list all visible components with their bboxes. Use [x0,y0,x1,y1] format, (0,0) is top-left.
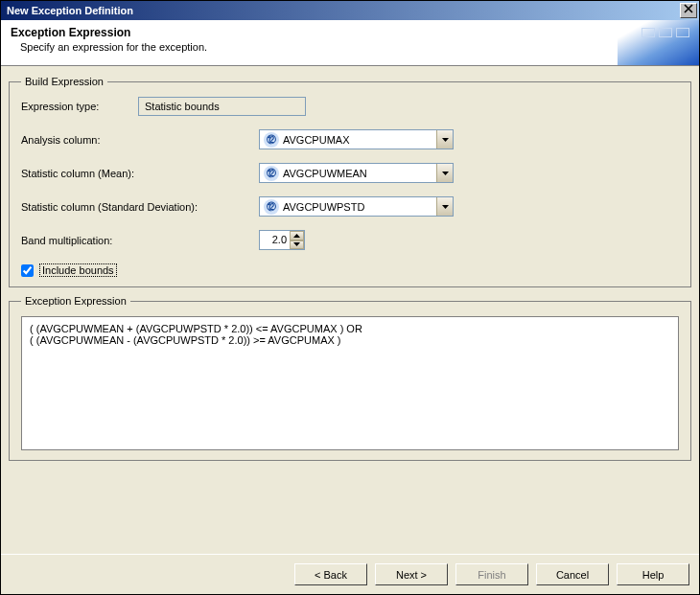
footer: < Back Next > Finish Cancel Help [1,554,699,594]
banner-subheading: Specify an expression for the exception. [20,41,689,53]
band-multiplication-label: Band multiplication: [21,235,259,246]
expression-type-label: Expression type: [21,101,138,112]
chevron-down-icon [436,164,453,182]
stat-mean-value: AVGCPUWMEAN [283,168,436,179]
expression-type-value: Statistic bounds [138,97,306,116]
stat-std-label: Statistic column (Standard Deviation): [21,201,259,213]
svg-marker-0 [442,138,449,142]
titlebar: New Exception Definition [1,1,699,20]
help-button[interactable]: Help [617,563,689,585]
banner: Exception Expression Specify an expressi… [1,20,699,66]
chevron-down-icon [436,130,453,149]
band-multiplication-value: 2.0 [260,231,290,249]
stat-mean-icon: ⑫ [264,166,279,181]
close-icon [684,4,693,13]
build-expression-group: Build Expression Expression type: Statis… [9,76,691,287]
include-bounds-checkbox[interactable] [21,264,34,277]
banner-decoration [642,28,689,37]
analysis-column-icon: ⑫ [264,132,279,148]
include-bounds-label[interactable]: Include bounds [39,263,117,277]
svg-marker-4 [293,242,300,246]
band-multiplication-spinner[interactable]: 2.0 [259,230,305,250]
spinner-down-button[interactable] [290,240,304,250]
analysis-column-combo[interactable]: ⑫ AVGCPUMAX [259,129,454,149]
back-button[interactable]: < Back [294,563,367,585]
chevron-down-icon [436,197,453,216]
stat-mean-combo[interactable]: ⑫ AVGCPUWMEAN [259,163,454,183]
window-title: New Exception Definition [7,5,133,16]
stat-std-icon: ⑫ [264,199,279,215]
exception-expression-group: Exception Expression ( (AVGCPUWMEAN + (A… [9,295,691,461]
close-button[interactable] [680,3,697,18]
stat-mean-label: Statistic column (Mean): [21,168,259,179]
exception-expression-text: ( (AVGCPUWMEAN + (AVGCPUWPSTD * 2.0)) <=… [21,316,679,450]
stat-std-value: AVGCPUWPSTD [283,201,436,213]
banner-heading: Exception Expression [11,26,689,39]
dialog-window: New Exception Definition Exception Expre… [0,0,700,595]
analysis-column-label: Analysis column: [21,134,259,146]
svg-marker-2 [442,205,449,209]
stat-std-combo[interactable]: ⑫ AVGCPUWPSTD [259,196,454,217]
next-button[interactable]: Next > [375,563,448,585]
svg-marker-3 [293,234,300,238]
exception-expression-legend: Exception Expression [21,295,130,307]
analysis-column-value: AVGCPUMAX [283,134,436,146]
cancel-button[interactable]: Cancel [536,563,609,585]
spinner-up-button[interactable] [290,231,304,240]
build-expression-legend: Build Expression [21,76,107,87]
finish-button: Finish [455,563,528,585]
svg-marker-1 [442,172,449,175]
